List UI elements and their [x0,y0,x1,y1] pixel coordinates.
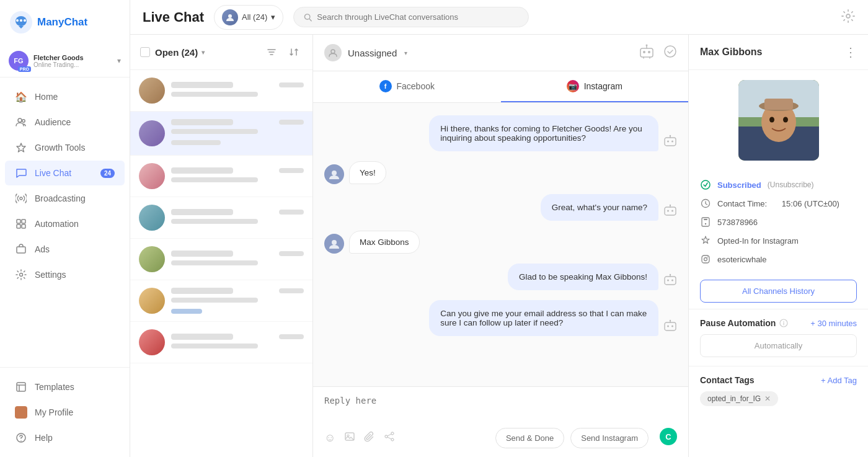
svg-point-32 [671,210,673,212]
message-text: Yes! [360,168,376,177]
opted-in-row: Opted-In for Instagram [700,231,857,250]
tag-remove-button[interactable]: ✕ [764,394,771,403]
svg-point-18 [846,14,850,18]
svg-point-56 [701,180,710,189]
conv-info [171,209,304,226]
share-icon[interactable] [384,431,395,445]
reply-input[interactable] [324,396,677,420]
bot-toggle-button[interactable] [639,43,655,62]
ads-icon [15,243,27,255]
pause-automation-section: Pause Automation + 30 minutes Automatica… [689,309,868,366]
svg-point-24 [665,46,676,57]
send-done-button[interactable]: Send & Done [495,428,564,448]
conversation-item[interactable] [130,197,312,239]
svg-point-6 [22,120,25,122]
sidebar-item-label-audience: Audience [35,117,71,127]
svg-point-5 [18,118,22,122]
conv-avatar [139,120,165,146]
sort-button[interactable] [285,43,303,61]
opted-in-label: Opted-In for Instagram [717,236,799,246]
resolve-button[interactable] [663,45,677,61]
all-channels-history-button[interactable]: All Channels History [700,280,857,303]
svg-rect-13 [17,383,25,391]
sidebar-item-home[interactable]: 🏠 Home [5,84,125,109]
logo[interactable]: ManyChat [0,0,130,45]
svg-rect-20 [640,48,653,57]
subscribed-icon [700,179,711,190]
svg-point-47 [391,438,394,441]
bot-message-icon[interactable] [663,204,677,221]
svg-rect-35 [665,277,676,285]
sidebar-item-settings[interactable]: Settings [5,262,125,287]
attachment-icon[interactable] [364,431,375,445]
svg-point-19 [331,50,335,53]
assignee-chevron[interactable]: ▾ [404,50,407,56]
topbar-settings[interactable] [841,9,856,26]
open-count-chevron[interactable]: ▾ [202,49,205,56]
pause-plus-minutes[interactable]: + 30 minutes [810,319,857,328]
growth-tools-icon [15,141,27,154]
account-switcher[interactable]: FG PRO Fletcher Goods Online Trading... … [0,45,130,78]
sidebar-item-label-help: Help [35,433,53,443]
my-profile-icon [15,406,27,419]
contact-tags-section: Contact Tags + Add Tag opted_in_for_IG ✕ [689,366,868,415]
search-bar[interactable] [293,7,529,27]
conv-info [171,288,304,314]
unsubscribe-link[interactable]: (Unsubscribe) [768,180,814,189]
svg-point-55 [783,117,788,123]
sidebar-item-my-profile[interactable]: My Profile [5,400,125,425]
tab-facebook[interactable]: f Facebook [313,71,501,102]
nav-menu: 🏠 Home Audience Growth Tools Live Chat 2… [0,78,130,367]
opted-in-icon [700,235,711,246]
tab-instagram[interactable]: 📷 Instagram [501,71,689,102]
manychat-logo-icon [10,11,32,33]
conversation-item[interactable] [130,280,312,322]
sidebar-item-live-chat[interactable]: Live Chat 24 [5,161,125,185]
sidebar-item-help[interactable]: Help [5,425,125,450]
image-icon[interactable] [344,431,355,445]
sidebar-item-audience[interactable]: Audience [5,110,125,135]
unassigned-avatar [324,44,342,61]
contact-tags-header: Contact Tags + Add Tag [700,375,857,385]
emoji-icon[interactable]: ☺ [324,432,335,445]
filter-label: All (24) [242,12,267,22]
filter-dropdown[interactable]: All (24) ▾ [214,5,283,30]
subscribed-row: Subscribed (Unsubscribe) [700,175,857,194]
bot-message-icon[interactable] [663,319,677,336]
sidebar-item-templates[interactable]: Templates [5,375,125,399]
sidebar-item-growth-tools[interactable]: Growth Tools [5,135,125,160]
sidebar-item-ads[interactable]: Ads [5,237,125,262]
sidebar-item-broadcasting[interactable]: Broadcasting [5,186,125,211]
conversation-item[interactable] [130,70,312,112]
pause-auto-select[interactable]: Automatically [700,334,857,357]
sidebar-item-label-my-profile: My Profile [35,407,73,417]
assignee-label: Unassigned [348,48,397,58]
send-instagram-button[interactable]: Send Instagram [570,428,649,448]
svg-rect-61 [702,255,709,263]
conversation-item[interactable] [130,239,312,280]
svg-point-16 [228,14,232,18]
templates-icon [15,381,27,393]
select-all-checkbox[interactable] [140,47,150,57]
bot-message-icon[interactable] [663,273,677,290]
sort-icon [289,47,299,57]
sidebar-item-label-automation: Automation [35,219,79,229]
conv-list-title: Open (24) ▾ [155,47,258,58]
sidebar-item-automation[interactable]: Automation [5,211,125,236]
instagram-icon: 📷 [567,80,579,92]
search-input[interactable] [317,12,518,22]
conversation-item[interactable] [130,322,312,363]
more-options-button[interactable]: ⋮ [844,45,857,60]
conversation-item[interactable] [130,156,312,197]
broadcasting-icon [15,192,27,205]
svg-point-44 [347,435,349,437]
svg-rect-9 [17,224,20,228]
conversation-item[interactable] [130,112,312,156]
user-avatar [324,234,344,254]
bot-message-icon[interactable] [663,135,677,151]
add-tag-button[interactable]: + Add Tag [821,376,857,385]
conv-avatar [139,288,165,314]
message-bot: Glad to be speaking Max Gibbons! [324,264,677,290]
filter-button[interactable] [263,43,280,61]
svg-point-63 [707,257,709,258]
